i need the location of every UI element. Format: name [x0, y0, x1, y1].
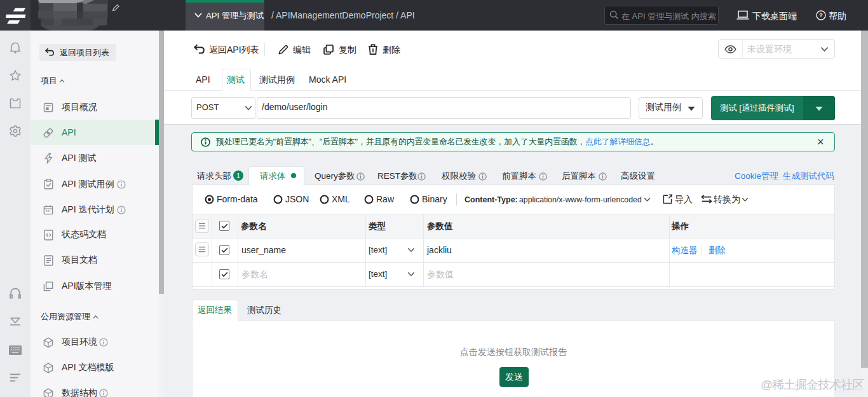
svg-text:?: ?	[819, 11, 823, 18]
